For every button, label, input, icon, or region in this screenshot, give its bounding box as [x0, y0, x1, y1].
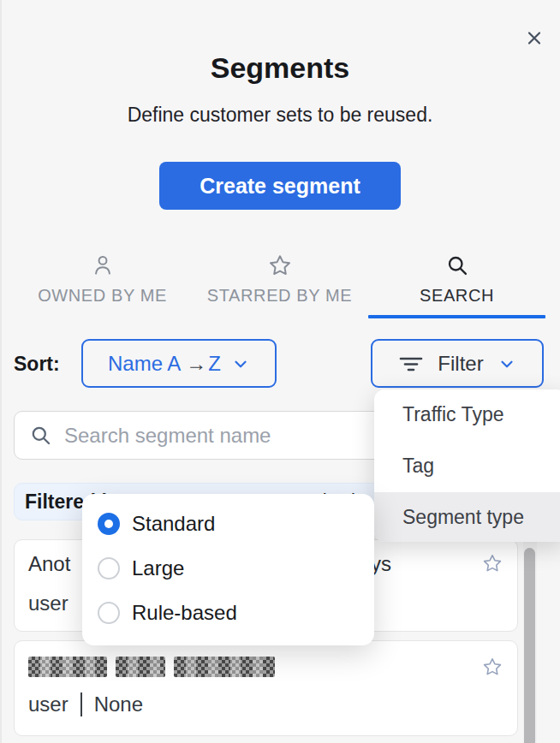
sort-value-to: Z [208, 352, 221, 376]
segment-name-redacted [28, 657, 275, 677]
chevron-down-icon [231, 354, 250, 373]
radio-unselected-icon [98, 557, 120, 580]
page-subtitle: Define customer sets to be reused. [0, 104, 560, 127]
segment-card[interactable]: user None [14, 640, 518, 736]
sort-arrow-glyph: → [186, 352, 206, 376]
sort-value: Name A [108, 352, 181, 376]
segment-meta: user [28, 591, 69, 615]
scrollbar-thumb[interactable] [524, 548, 535, 743]
tab-starred-by-me[interactable]: STARRED BY ME [191, 252, 368, 318]
page-title: Segments [0, 51, 560, 85]
radio-option-standard[interactable]: Standard [98, 502, 374, 546]
tab-owned-by-me[interactable]: OWNED BY ME [14, 252, 191, 318]
segment-meta-value: None [94, 692, 143, 716]
active-tab-underline [368, 315, 545, 318]
close-icon [521, 26, 548, 53]
person-icon [91, 253, 115, 277]
radio-label: Large [132, 556, 184, 580]
tab-label: SEARCH [420, 286, 494, 306]
menu-item-traffic-type[interactable]: Traffic Type [374, 389, 560, 439]
segment-name-fragment: Anot [28, 552, 70, 576]
menu-item-tag[interactable]: Tag [374, 439, 560, 492]
radio-option-rule-based[interactable]: Rule-based [98, 591, 374, 635]
star-icon[interactable] [482, 553, 503, 574]
sort-dropdown[interactable]: Name A → Z [81, 339, 277, 388]
sort-label: Sort: [14, 339, 60, 389]
star-icon [268, 253, 292, 277]
radio-label: Rule-based [132, 601, 237, 625]
filter-label: Filter [438, 352, 483, 376]
star-icon[interactable] [482, 657, 503, 677]
segment-meta: user None [28, 692, 143, 716]
segments-modal: Segments Define customer sets to be reus… [0, 0, 560, 743]
create-segment-button[interactable]: Create segment [159, 162, 401, 210]
filter-lines-icon [398, 353, 424, 375]
segment-meta-user: user [28, 692, 69, 716]
menu-item-segment-type[interactable]: Segment type [374, 492, 560, 542]
tab-label: OWNED BY ME [38, 286, 167, 306]
search-icon [445, 253, 469, 277]
radio-option-large[interactable]: Large [98, 546, 374, 591]
tab-bar: OWNED BY ME STARRED BY ME SEARCH [14, 252, 545, 318]
panel-left-edge [0, 0, 2, 743]
tab-search[interactable]: SEARCH [368, 252, 545, 318]
radio-label: Standard [132, 512, 215, 536]
close-button[interactable] [521, 26, 548, 53]
filter-dropdown[interactable]: Filter [371, 339, 544, 388]
radio-unselected-icon [98, 602, 120, 624]
chevron-down-icon [497, 354, 516, 373]
segment-type-popup: Standard Large Rule-based [82, 494, 374, 645]
radio-selected-icon [98, 513, 120, 535]
tab-label: STARRED BY ME [207, 286, 352, 306]
filter-menu: Traffic Type Tag Segment type [374, 389, 560, 542]
meta-divider [80, 692, 82, 716]
